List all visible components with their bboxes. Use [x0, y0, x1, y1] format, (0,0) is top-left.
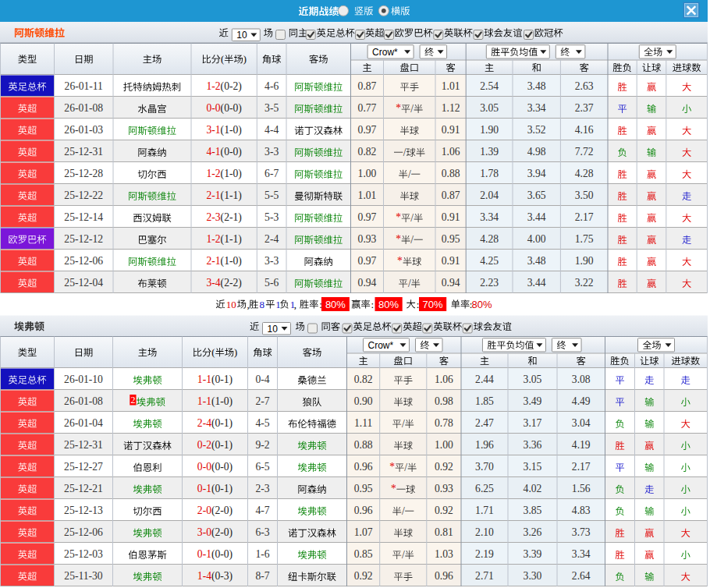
svg-text:4.19: 4.19	[572, 439, 591, 451]
svg-text:80%: 80%	[472, 299, 492, 310]
svg-text:,: ,	[247, 299, 250, 310]
svg-text:*: *	[396, 102, 401, 114]
svg-text:1.06: 1.06	[442, 146, 460, 158]
svg-text:4.49: 4.49	[572, 395, 591, 407]
svg-text:0.82: 0.82	[358, 146, 377, 158]
svg-text:0-1: 0-1	[197, 483, 211, 494]
svg-text:/: /	[408, 168, 411, 180]
svg-text:25-12-06: 25-12-06	[64, 255, 103, 267]
svg-text:0-0: 0-0	[197, 461, 211, 473]
svg-text:0.96: 0.96	[435, 570, 453, 582]
svg-text:0.87: 0.87	[358, 80, 377, 92]
svg-text:3.44: 3.44	[527, 211, 546, 223]
svg-text:*: *	[397, 255, 403, 267]
svg-text::: :	[371, 299, 375, 310]
svg-text:1-2: 1-2	[206, 233, 220, 245]
svg-text:25-12-28: 25-12-28	[64, 168, 103, 179]
svg-text:(0-0): (0-0)	[211, 461, 233, 473]
svg-text:4.25: 4.25	[480, 255, 499, 267]
svg-text:3.04: 3.04	[572, 417, 591, 429]
svg-text:6-5: 6-5	[255, 461, 269, 473]
svg-text:0.92: 0.92	[354, 570, 373, 582]
svg-text:3.50: 3.50	[575, 190, 594, 201]
svg-text:/: /	[402, 505, 405, 517]
svg-text:): )	[243, 54, 247, 65]
svg-text:(1-0): (1-0)	[221, 255, 242, 267]
svg-text:80%: 80%	[325, 299, 346, 310]
svg-text:25-12-03: 25-12-03	[64, 548, 103, 560]
svg-text:0.85: 0.85	[354, 548, 373, 560]
svg-text:1.96: 1.96	[475, 439, 494, 451]
svg-text:1.78: 1.78	[480, 168, 499, 179]
svg-text:0-4: 0-4	[255, 374, 269, 385]
svg-text:4.98: 4.98	[527, 146, 546, 158]
svg-text:0-0: 0-0	[206, 102, 220, 114]
svg-text:,: ,	[294, 299, 296, 310]
svg-text:(0-1): (0-1)	[211, 417, 233, 430]
svg-text:2-7: 2-7	[255, 395, 269, 407]
svg-text:2-4: 2-4	[264, 233, 279, 245]
svg-text:4-6: 4-6	[264, 80, 279, 92]
svg-text:4.16: 4.16	[575, 124, 594, 136]
svg-text:0.95: 0.95	[442, 233, 460, 245]
svg-text:0.87: 0.87	[442, 190, 460, 201]
svg-text:4-4: 4-4	[264, 124, 279, 136]
svg-text:(: (	[211, 347, 215, 358]
svg-text:Crow*: Crow*	[372, 47, 398, 58]
svg-text:1.01: 1.01	[358, 190, 377, 201]
svg-text:25-11-30: 25-11-30	[64, 570, 103, 582]
svg-text:0.93: 0.93	[358, 233, 377, 245]
svg-text:4.83: 4.83	[572, 505, 591, 516]
svg-text:1.01: 1.01	[442, 80, 460, 92]
svg-text:4.28: 4.28	[480, 233, 499, 245]
svg-text:0.94: 0.94	[442, 277, 460, 289]
svg-text:3.70: 3.70	[475, 461, 494, 473]
svg-text:2-3: 2-3	[255, 483, 269, 494]
svg-text:1.90: 1.90	[575, 255, 594, 267]
svg-text:/: /	[408, 278, 411, 289]
svg-text:(0-1): (0-1)	[211, 439, 233, 452]
svg-text:/: /	[410, 103, 414, 115]
svg-text:3.05: 3.05	[480, 102, 499, 114]
svg-text:2.54: 2.54	[480, 80, 499, 92]
svg-text:25-12-27: 25-12-27	[64, 461, 103, 473]
svg-text:8: 8	[260, 299, 265, 310]
svg-text:1-2: 1-2	[206, 80, 220, 92]
svg-text:3.34: 3.34	[572, 548, 591, 560]
svg-text:1.85: 1.85	[475, 395, 494, 407]
svg-text:26-01-08: 26-01-08	[64, 102, 103, 114]
svg-text:0-2: 0-2	[197, 439, 211, 451]
svg-text:0.77: 0.77	[358, 102, 377, 114]
svg-text:2-3: 2-3	[206, 211, 220, 223]
svg-text:(1-0): (1-0)	[221, 124, 242, 136]
svg-text:26-01-03: 26-01-03	[64, 124, 103, 136]
svg-text:3.05: 3.05	[524, 374, 542, 385]
svg-text:(1-0): (1-0)	[221, 168, 242, 180]
svg-text:/: /	[402, 549, 405, 561]
svg-text:1.90: 1.90	[480, 124, 499, 136]
svg-text:(2-0): (2-0)	[211, 526, 233, 539]
svg-text:2: 2	[130, 395, 135, 406]
svg-text:3.34: 3.34	[480, 211, 499, 223]
svg-text:0.88: 0.88	[354, 439, 373, 451]
svg-text:3.15: 3.15	[524, 461, 542, 473]
svg-text:25-12-06: 25-12-06	[64, 526, 103, 538]
svg-text:(0-2): (0-2)	[221, 80, 242, 93]
svg-text:2.37: 2.37	[575, 102, 594, 114]
svg-text:1: 1	[275, 299, 281, 310]
svg-text:1-2: 1-2	[206, 168, 220, 179]
svg-text:0.78: 0.78	[435, 417, 453, 429]
svg-text:2.23: 2.23	[480, 277, 499, 289]
svg-text:1.75: 1.75	[575, 233, 594, 245]
svg-text:3.17: 3.17	[524, 417, 542, 429]
svg-text:9-2: 9-2	[255, 439, 269, 451]
svg-text:3.36: 3.36	[524, 439, 542, 451]
svg-text:*: *	[396, 211, 401, 223]
svg-text:0.92: 0.92	[435, 461, 453, 473]
svg-text:3-1: 3-1	[206, 124, 220, 136]
svg-text:0-1: 0-1	[197, 548, 211, 560]
svg-text:26-01-04: 26-01-04	[64, 417, 103, 429]
svg-text:3.44: 3.44	[527, 277, 546, 289]
svg-text:*: *	[391, 483, 396, 494]
svg-text:3.08: 3.08	[572, 374, 591, 385]
